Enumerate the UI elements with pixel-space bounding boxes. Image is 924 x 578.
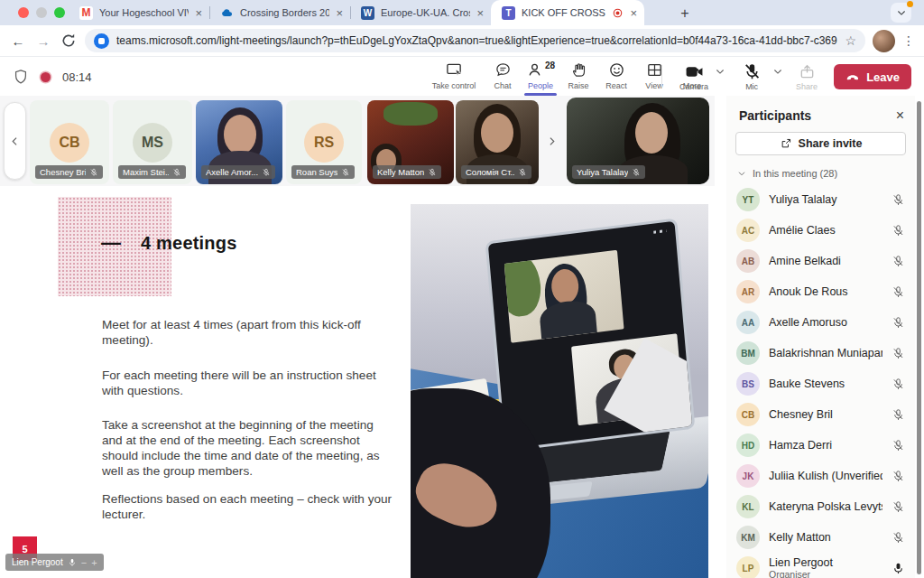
meeting-toolbar: 08:14 Take control Chat 28 People Raise … [0,56,924,96]
camera-button[interactable]: Camera [673,62,715,91]
leave-button[interactable]: Leave [834,64,911,89]
tab-title: Europe-UK-UA. Crossing Bo [381,7,470,18]
mic-options-chevron-icon[interactable] [772,66,783,77]
participant-row[interactable]: KL Kateryna Polska Levytska [726,491,915,522]
window-zoom-button[interactable] [54,7,65,18]
tab-word[interactable]: W Europe-UK-UA. Crossing Bo × [350,0,491,25]
close-icon[interactable]: × [896,108,904,123]
participant-role: Organiser [769,569,882,578]
mic-muted-icon [892,408,905,422]
mic-muted-icon [892,255,905,268]
window-close-button[interactable] [18,7,29,18]
site-info-icon[interactable] [94,33,109,49]
participants-panel: Participants × Share invite In this meet… [726,96,915,578]
meeting-status: 08:14 [13,57,92,97]
participant-avatar: CB [736,403,760,426]
panel-scrollbar[interactable] [917,101,921,574]
tab-search-button[interactable] [891,3,911,23]
tab-onedrive[interactable]: Crossing Borders 2026 BE U × [209,0,350,25]
mic-muted-icon [892,224,905,238]
tab-gmail[interactable]: M Your Hogeschool VIVES acco × [69,0,209,25]
presenter-name: Lien Pergoot [12,557,63,567]
mic-button[interactable]: Mic [731,62,772,91]
participant-row[interactable]: AR Anouk De Rous [726,276,915,307]
video-tile-chesney[interactable]: CB Chesney Bril [30,100,109,184]
video-tile-yuliya[interactable]: Yuliya Talalay [567,98,709,184]
video-tile-roan[interactable]: RS Roan Suys [286,100,362,184]
slide-paragraph: Take a screenshot at the beginning of th… [102,417,395,480]
slide-paragraph: For each meeting there will be an instru… [102,368,395,398]
zoom-in-icon[interactable]: + [91,557,97,568]
reload-button[interactable] [60,32,78,50]
tab-close-icon[interactable]: × [476,7,484,19]
participant-row[interactable]: JK Juliia Kulish (Unverified) [726,461,915,491]
address-bar[interactable]: teams.microsoft.com/light-meetings/launc… [85,29,865,52]
participant-row[interactable]: CB Chesney Bril [726,399,915,430]
take-control-button[interactable]: Take control [424,61,484,96]
name-tag: Chesney Bril [35,165,103,179]
browser-menu-icon[interactable]: ⋮ [902,39,915,43]
camera-options-chevron-icon[interactable] [715,66,725,77]
tab-teams-meeting-active[interactable]: T KICK OFF CROSSING BO × [491,0,644,25]
camera-icon [685,62,704,81]
participant-name: Hamza Derri [769,439,882,452]
tab-title: Your Hogeschool VIVES acco [99,7,189,18]
participant-row[interactable]: LP Lien Pergoot Organiser [726,553,915,578]
mic-muted-icon [172,168,181,177]
filmstrip-prev-button[interactable] [4,102,26,180]
share-invite-button[interactable]: Share invite [735,132,906,155]
raise-hand-button[interactable]: Raise [559,61,597,96]
participant-avatar: BS [736,372,760,396]
participant-row[interactable]: YT Yuliya Talalay [726,184,915,215]
mic-muted-icon [892,531,905,545]
participant-row[interactable]: AC Amélie Claes [726,215,915,246]
people-count-badge: 28 [545,61,555,70]
participant-name: Axelle Amoruso [769,316,882,329]
name-tag: Yuliya Talalay [572,165,645,179]
monitor-cursor-icon [446,61,463,79]
avatar: CB [50,123,89,163]
mic-on-icon [892,562,905,575]
people-button[interactable]: 28 People [522,61,559,96]
back-button[interactable]: ← [9,32,27,50]
name-tag: Kelly Matton [373,165,441,179]
participant-name: Kelly Matton [769,531,882,544]
recording-indicator-icon [41,72,51,82]
video-tile-maxim[interactable]: MS Maxim Stei... [113,100,192,184]
filmstrip-next-button[interactable] [541,128,561,154]
mic-muted-icon [341,168,350,177]
forward-button[interactable]: → [34,32,52,50]
browser-profile-avatar[interactable] [873,30,895,52]
participants-header: Participants × [726,96,915,130]
participant-row[interactable]: BM Balakrishnan Muniapan [726,338,915,368]
chat-button[interactable]: Chat [484,61,522,96]
tab-close-icon[interactable]: × [195,7,202,19]
video-tile-axelle[interactable]: Axelle Amor... [196,100,282,184]
window-minimize-button[interactable] [36,7,47,18]
video-tile-kelly[interactable]: Kelly Matton [367,100,454,184]
avatar: MS [133,123,172,163]
participant-row[interactable]: HD Hamza Derri [726,430,915,461]
share-button-disabled: Share [789,63,825,91]
react-button[interactable]: React [597,61,635,96]
tab-close-icon[interactable]: × [630,7,637,19]
gmail-icon: M [79,6,93,20]
participant-name: Lien Pergoot [769,556,882,569]
presenter-name-tag[interactable]: Lien Pergoot − + [5,554,104,571]
participant-name: Amine Belkadi [769,255,882,267]
bookmark-star-icon[interactable]: ☆ [845,33,856,48]
participant-row[interactable]: KM Kelly Matton [726,522,915,553]
notification-dot [907,1,913,7]
participant-row[interactable]: AB Amine Belkadi [726,246,915,276]
zoom-out-icon[interactable]: − [81,557,87,568]
video-tile-solomiia[interactable]: Соломія Ст... [456,100,539,184]
in-this-meeting-section[interactable]: In this meeting (28) [726,164,915,184]
tab-close-icon[interactable]: × [336,7,343,19]
browser-toolbar: ← → teams.microsoft.com/light-meetings/l… [0,25,924,56]
new-tab-button[interactable]: + [675,4,695,23]
participant-avatar: AC [736,219,760,242]
participant-row[interactable]: AA Axelle Amoruso [726,307,915,338]
participant-name: Amélie Claes [769,224,882,237]
chevron-left-icon [9,135,21,147]
participant-row[interactable]: BS Bauke Stevens [726,368,915,399]
